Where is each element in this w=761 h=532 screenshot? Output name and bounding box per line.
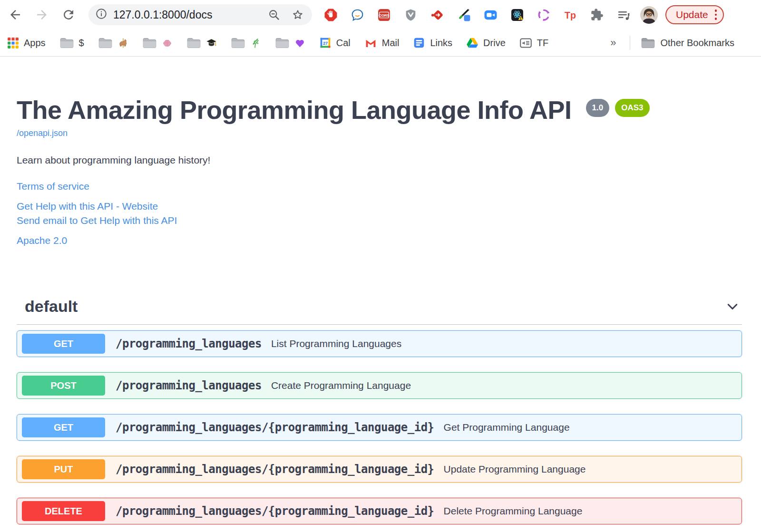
extensions-row: CORS Tp — [323, 8, 631, 22]
operation-row-get-list[interactable]: GET /programming_languages List Programm… — [17, 330, 742, 357]
operation-row-delete[interactable]: DELETE /programming_languages/{programmi… — [17, 498, 742, 524]
endpoint-path: /programming_languages — [116, 379, 262, 392]
folder-icon — [59, 37, 74, 49]
bookmark-folder-graduation-cap[interactable] — [186, 37, 217, 49]
endpoint-summary: Update Programming Language — [444, 464, 586, 475]
oas3-badge: OAS3 — [615, 99, 649, 117]
herb-icon — [250, 38, 261, 48]
gmail-icon — [364, 37, 377, 49]
tp-icon[interactable]: Tp — [563, 8, 577, 22]
operation-row-get-one[interactable]: GET /programming_languages/{programming_… — [17, 414, 742, 441]
google-drive-icon — [466, 37, 478, 48]
bookmark-drive[interactable]: Drive — [466, 37, 506, 48]
bookmark-label: Links — [430, 38, 452, 48]
bookmark-label: $ — [79, 38, 84, 48]
bookmark-links[interactable]: Links — [413, 37, 452, 49]
license-link[interactable]: Apache 2.0 — [17, 233, 742, 248]
chat-bubble-icon[interactable] — [350, 8, 364, 22]
svg-text:Tp: Tp — [565, 10, 576, 20]
zoom-out-icon[interactable] — [268, 9, 281, 21]
operations-list: GET /programming_languages List Programm… — [17, 330, 742, 524]
bookmark-star-icon[interactable] — [291, 8, 304, 21]
endpoint-summary: Delete Programming Language — [444, 505, 583, 517]
folder-icon — [275, 37, 290, 49]
site-info-icon[interactable] — [95, 8, 107, 22]
bookmark-apps[interactable]: Apps — [7, 37, 46, 49]
zoom-video-icon[interactable] — [483, 8, 498, 22]
endpoint-summary: Get Programming Language — [444, 422, 570, 433]
endpoint-path: /programming_languages/{programming_lang… — [116, 421, 434, 434]
openapi-spec-link[interactable]: /openapi.json — [17, 128, 68, 138]
bookmark-mail[interactable]: Mail — [364, 37, 400, 49]
adblock-icon[interactable] — [323, 8, 338, 22]
bookmark-calendar[interactable]: 27 Cal — [319, 37, 351, 49]
eyedropper-icon[interactable] — [457, 8, 471, 22]
red-arrow-icon[interactable] — [430, 8, 444, 22]
other-bookmarks[interactable]: Other Bookmarks — [641, 37, 734, 49]
api-badges: 1.0 OAS3 — [580, 99, 650, 117]
browser-toolbar: 127.0.0.1:8000/docs CORS — [0, 0, 761, 29]
update-button-label: Update — [676, 9, 708, 20]
operation-row-put-update[interactable]: PUT /programming_languages/{programming_… — [17, 456, 742, 483]
bookmark-folder-brain[interactable] — [142, 37, 173, 49]
method-badge[interactable]: GET — [22, 334, 105, 354]
url-text[interactable]: 127.0.0.1:8000/docs — [113, 9, 268, 21]
recycle-icon[interactable] — [537, 8, 551, 22]
svg-text:27: 27 — [323, 41, 328, 46]
chevron-down-icon[interactable] — [725, 300, 740, 314]
brain-icon — [162, 38, 173, 48]
bookmarks-overflow-chevron[interactable]: » — [610, 37, 616, 49]
terms-of-service-link[interactable]: Terms of service — [17, 179, 742, 193]
bookmark-folder-carousel-horse[interactable] — [98, 37, 128, 49]
bookmark-label: Drive — [483, 38, 506, 48]
method-badge[interactable]: GET — [22, 417, 105, 437]
purple-heart-icon — [294, 38, 305, 48]
api-title-row: The Amazing Programming Language Info AP… — [17, 97, 742, 124]
swagger-docs-page: The Amazing Programming Language Info AP… — [0, 97, 761, 524]
links-list-icon — [413, 37, 425, 49]
announcement-icon — [519, 37, 532, 49]
section-header-default[interactable]: default — [17, 297, 742, 325]
website-link[interactable]: Get Help with this API - Website — [17, 199, 742, 213]
bookmark-label: TF — [537, 38, 548, 48]
endpoint-summary: Create Programming Language — [271, 380, 411, 391]
bookmark-folder-purple-heart[interactable] — [275, 37, 305, 49]
forward-icon[interactable] — [33, 6, 50, 23]
react-devtools-icon[interactable] — [510, 8, 524, 22]
playlist-icon[interactable] — [616, 8, 631, 22]
operation-row-post-create[interactable]: POST /programming_languages Create Progr… — [17, 372, 742, 399]
update-button[interactable]: Update — [665, 5, 724, 24]
carousel-horse-icon — [117, 38, 128, 48]
google-calendar-icon: 27 — [319, 37, 332, 49]
folder-icon — [186, 37, 201, 49]
address-bar[interactable]: 127.0.0.1:8000/docs — [88, 4, 312, 25]
bookmark-folder-herb[interactable] — [231, 37, 261, 49]
folder-icon — [142, 37, 157, 49]
apps-grid-icon — [7, 37, 19, 49]
bookmark-label: Mail — [382, 38, 400, 48]
version-badge: 1.0 — [586, 99, 610, 117]
method-badge[interactable]: PUT — [22, 459, 105, 479]
bookmark-label: Apps — [24, 38, 46, 48]
reload-icon[interactable] — [60, 6, 77, 23]
back-icon[interactable] — [7, 6, 24, 23]
puzzle-icon[interactable] — [590, 8, 604, 22]
section-title: default — [25, 297, 78, 316]
cors-icon[interactable]: CORS — [377, 8, 391, 22]
bookmark-label: Other Bookmarks — [660, 38, 734, 48]
bookmarks-divider — [630, 36, 630, 50]
browser-menu-icon[interactable] — [715, 9, 717, 21]
method-badge[interactable]: POST — [22, 376, 105, 396]
email-link[interactable]: Send email to Get Help with this API — [17, 213, 742, 228]
profile-avatar[interactable] — [640, 6, 658, 24]
graduation-cap-icon — [206, 38, 217, 48]
page-title: The Amazing Programming Language Info AP… — [17, 97, 572, 124]
endpoint-path: /programming_languages — [116, 337, 262, 350]
folder-icon — [641, 37, 655, 49]
bookmark-tf[interactable]: TF — [519, 37, 548, 49]
shield-icon[interactable] — [403, 8, 418, 22]
method-badge[interactable]: DELETE — [22, 501, 105, 521]
api-description: Learn about programming language history… — [17, 155, 742, 166]
bookmark-folder-dollar[interactable]: $ — [59, 37, 84, 49]
folder-icon — [98, 37, 113, 49]
